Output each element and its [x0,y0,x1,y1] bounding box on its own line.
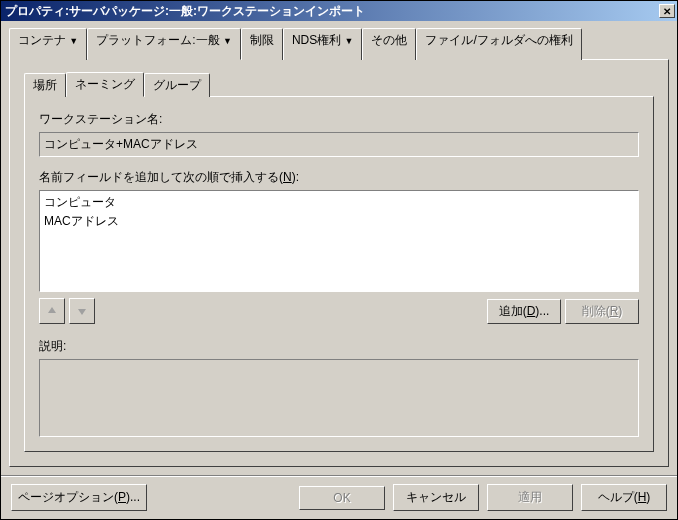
dialog-footer: ページオプション(P)... OK キャンセル 適用 ヘルプ(H) [1,475,677,519]
main-tabstrip: コンテナ ▼ プラットフォーム:一般 ▼ 制限 NDS権利 ▼ その他 ファイル… [9,27,669,59]
inner-panel: ワークステーション名: コンピュータ+MACアドレス 名前フィールドを追加して次… [24,96,654,452]
list-toolbar: 追加(D)... 削除(R) [39,298,639,324]
tab-label: ネーミング [75,77,135,91]
tab-label: NDS権利 [292,33,341,47]
remove-button[interactable]: 削除(R) [565,299,639,324]
tab-restrictions[interactable]: 制限 [241,28,283,60]
chevron-down-icon: ▼ [345,36,354,46]
close-icon[interactable]: ✕ [659,4,675,18]
tab-label: 場所 [33,78,57,92]
tab-label: グループ [153,78,201,92]
description-area: 説明: [39,338,639,437]
arrow-down-icon [76,305,88,317]
tab-file-folder-rights[interactable]: ファイル/フォルダへの権利 [416,28,581,60]
tab-group[interactable]: グループ [144,73,210,97]
tab-label: 制限 [250,33,274,47]
main-tab-panel: 場所 ネーミング グループ ワークステーション名: コンピュータ+MACアドレス… [9,59,669,467]
tab-nds-rights[interactable]: NDS権利 ▼ [283,28,363,60]
page-options-button[interactable]: ページオプション(P)... [11,484,147,511]
tab-location[interactable]: 場所 [24,73,66,97]
name-fields-listbox[interactable]: コンピュータ MACアドレス [39,190,639,292]
description-box [39,359,639,437]
move-down-button[interactable] [69,298,95,324]
inner-tabstrip: 場所 ネーミング グループ [24,72,654,96]
chevron-down-icon: ▼ [223,36,232,46]
chevron-down-icon: ▼ [69,36,78,46]
arrow-up-icon [46,305,58,317]
tab-label: コンテナ [18,33,66,47]
tab-container[interactable]: コンテナ ▼ [9,28,87,60]
tab-label: プラットフォーム:一般 [96,33,219,47]
name-fields-label: 名前フィールドを追加して次の順で挿入する(N): [39,169,639,186]
tab-platform-general[interactable]: プラットフォーム:一般 ▼ [87,28,241,60]
add-button[interactable]: 追加(D)... [487,299,561,324]
move-up-button[interactable] [39,298,65,324]
content-area: コンテナ ▼ プラットフォーム:一般 ▼ 制限 NDS権利 ▼ その他 ファイル… [1,21,677,475]
workstation-name-value: コンピュータ+MACアドレス [39,132,639,157]
list-item[interactable]: MACアドレス [42,212,636,231]
tab-other[interactable]: その他 [362,28,416,60]
description-label: 説明: [39,338,639,355]
list-item[interactable]: コンピュータ [42,193,636,212]
cancel-button[interactable]: キャンセル [393,484,479,511]
tab-naming[interactable]: ネーミング [66,72,144,97]
tab-label: ファイル/フォルダへの権利 [425,33,572,47]
apply-button[interactable]: 適用 [487,484,573,511]
ok-button[interactable]: OK [299,486,385,510]
properties-dialog: プロパティ:サーバパッケージ:一般:ワークステーションインポート ✕ コンテナ … [0,0,678,520]
workstation-name-label: ワークステーション名: [39,111,639,128]
titlebar: プロパティ:サーバパッケージ:一般:ワークステーションインポート ✕ [1,1,677,21]
tab-label: その他 [371,33,407,47]
help-button[interactable]: ヘルプ(H) [581,484,667,511]
window-title: プロパティ:サーバパッケージ:一般:ワークステーションインポート [5,3,659,20]
